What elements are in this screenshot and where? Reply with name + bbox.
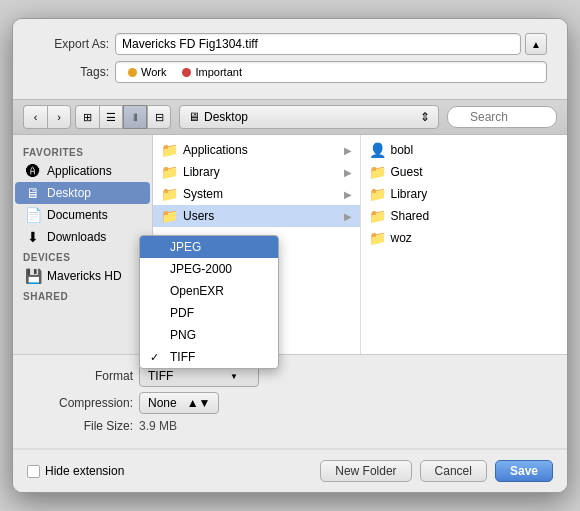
compression-dropdown[interactable]: None ▲▼ <box>139 392 219 414</box>
format-jpeg2000-label: JPEG-2000 <box>170 262 232 276</box>
search-input[interactable] <box>447 106 557 128</box>
file-item-users[interactable]: 📁 Users ▶ <box>153 205 360 227</box>
location-dropdown[interactable]: 🖥 Desktop ⇕ <box>179 105 439 129</box>
bottom-right: New Folder Cancel Save <box>320 460 553 482</box>
toolbar: ‹ › ⊞ ☰ ⦀ ⊟ 🖥 Desktop ⇕ 🔍 <box>13 99 567 135</box>
file-item-bobl[interactable]: 👤 bobl <box>361 139 568 161</box>
sidebar-applications-label: Applications <box>47 164 112 178</box>
tiff-check-icon: ✓ <box>150 351 164 364</box>
shared-heading: SHARED <box>13 287 152 304</box>
folder-icon: 📁 <box>161 208 177 224</box>
applications-icon: 🅐 <box>25 163 41 179</box>
file-library2-name: Library <box>391 187 560 201</box>
format-pdf-label: PDF <box>170 306 194 320</box>
file-item-system[interactable]: 📁 System ▶ <box>153 183 360 205</box>
location-label: Desktop <box>204 110 248 124</box>
export-label: Export As: <box>33 37 109 51</box>
new-folder-button[interactable]: New Folder <box>320 460 411 482</box>
tag-work: Work <box>122 65 172 79</box>
format-option-jpeg[interactable]: JPEG <box>140 236 278 258</box>
save-button[interactable]: Save <box>495 460 553 482</box>
format-current-value: TIFF <box>148 369 173 383</box>
file-applications-name: Applications <box>183 143 338 157</box>
nav-group: ‹ › <box>23 105 71 129</box>
main-area: FAVORITES 🅐 Applications 🖥 Desktop 📄 Doc… <box>13 135 567 355</box>
cover-flow-button[interactable]: ⊟ <box>147 105 171 129</box>
format-option-jpeg2000[interactable]: JPEG-2000 <box>140 258 278 280</box>
filesize-value: 3.9 MB <box>139 419 177 433</box>
view-group: ⊞ ☰ ⦀ ⊟ <box>75 105 171 129</box>
compression-label: Compression: <box>33 396 133 410</box>
hide-extension-wrap: Hide extension <box>27 464 124 478</box>
file-item-library[interactable]: 📁 Library ▶ <box>153 161 360 183</box>
icon-view-button[interactable]: ⊞ <box>75 105 99 129</box>
file-system-name: System <box>183 187 338 201</box>
sidebar-item-applications[interactable]: 🅐 Applications <box>15 160 150 182</box>
file-item-guest[interactable]: 📁 Guest <box>361 161 568 183</box>
desktop-icon: 🖥 <box>25 185 41 201</box>
format-tiff-label: TIFF <box>170 350 195 364</box>
file-guest-name: Guest <box>391 165 560 179</box>
file-library-name: Library <box>183 165 338 179</box>
column-view-button[interactable]: ⦀ <box>123 105 147 129</box>
format-option-tiff[interactable]: ✓ TIFF <box>140 346 278 368</box>
tag-important-dot <box>182 68 191 77</box>
folder-icon: 📁 <box>369 164 385 180</box>
compression-row: Compression: None ▲▼ <box>33 392 547 414</box>
export-input[interactable] <box>115 33 521 55</box>
file-shared-name: Shared <box>391 209 560 223</box>
hide-extension-checkbox[interactable] <box>27 465 40 478</box>
format-option-png[interactable]: PNG <box>140 324 278 346</box>
format-jpeg-label: JPEG <box>170 240 201 254</box>
format-openexr-label: OpenEXR <box>170 284 224 298</box>
sidebar-documents-label: Documents <box>47 208 108 222</box>
location-icon: 🖥 <box>188 110 200 124</box>
favorites-heading: FAVORITES <box>13 143 152 160</box>
location-arrow: ⇕ <box>420 110 430 124</box>
sidebar-desktop-label: Desktop <box>47 186 91 200</box>
folder-icon: 📁 <box>161 164 177 180</box>
sort-button[interactable]: ▲ <box>525 33 547 55</box>
list-view-button[interactable]: ☰ <box>99 105 123 129</box>
tag-work-label: Work <box>141 66 166 78</box>
file-item-woz[interactable]: 📁 woz <box>361 227 568 249</box>
folder-icon: 📁 <box>369 230 385 246</box>
filesize-label: File Size: <box>33 419 133 433</box>
tag-important: Important <box>176 65 247 79</box>
folder-icon: 📁 <box>161 142 177 158</box>
tag-important-label: Important <box>195 66 241 78</box>
forward-button[interactable]: › <box>47 105 71 129</box>
bottom-bar: Hide extension New Folder Cancel Save <box>13 449 567 492</box>
user-icon: 👤 <box>369 142 385 158</box>
compression-arrow-icon: ▲▼ <box>187 396 211 410</box>
format-option-pdf[interactable]: PDF <box>140 302 278 324</box>
documents-icon: 📄 <box>25 207 41 223</box>
folder-icon: 📁 <box>369 208 385 224</box>
cancel-button[interactable]: Cancel <box>420 460 487 482</box>
arrow-icon: ▶ <box>344 145 352 156</box>
file-item-shared[interactable]: 📁 Shared <box>361 205 568 227</box>
file-bobl-name: bobl <box>391 143 560 157</box>
sidebar-item-desktop[interactable]: 🖥 Desktop <box>15 182 150 204</box>
tags-field[interactable]: Work Important <box>115 61 547 83</box>
tags-row: Tags: Work Important <box>33 61 547 83</box>
file-woz-name: woz <box>391 231 560 245</box>
folder-icon: 📁 <box>369 186 385 202</box>
sidebar-item-mavericks-hd[interactable]: 💾 Mavericks HD <box>15 265 150 287</box>
arrow-icon: ▶ <box>344 211 352 222</box>
tags-label: Tags: <box>33 65 109 79</box>
sidebar-mavericks-label: Mavericks HD <box>47 269 122 283</box>
format-dropdown-menu: JPEG JPEG-2000 OpenEXR PDF <box>139 235 279 369</box>
file-item-applications[interactable]: 📁 Applications ▶ <box>153 139 360 161</box>
format-dropdown-wrap: JPEG JPEG-2000 OpenEXR PDF <box>139 365 259 387</box>
file-item-library2[interactable]: 📁 Library <box>361 183 568 205</box>
arrow-icon: ▶ <box>344 167 352 178</box>
sidebar-item-downloads[interactable]: ⬇ Downloads <box>15 226 150 248</box>
format-label: Format <box>33 369 133 383</box>
format-option-openexr[interactable]: OpenEXR <box>140 280 278 302</box>
compression-value: None <box>148 396 177 410</box>
back-button[interactable]: ‹ <box>23 105 47 129</box>
file-users-name: Users <box>183 209 338 223</box>
sidebar-item-documents[interactable]: 📄 Documents <box>15 204 150 226</box>
top-section: Export As: ▲ Tags: Work Important <box>13 19 567 99</box>
